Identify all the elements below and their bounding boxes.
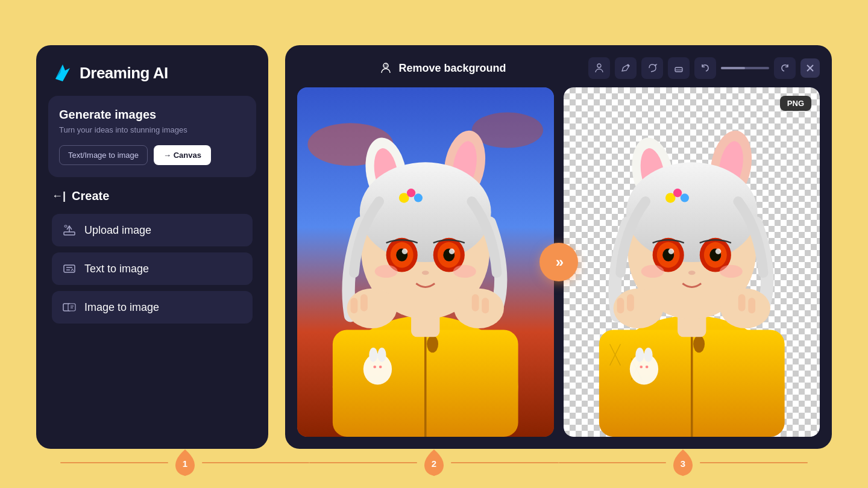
images-area: » xyxy=(297,87,820,437)
generate-subtitle: Turn your ideas into stunning images xyxy=(59,125,245,134)
svg-rect-52 xyxy=(472,294,479,311)
svg-point-47 xyxy=(422,271,429,275)
original-image-bg xyxy=(297,87,554,437)
lasso-tool-icon xyxy=(647,63,658,74)
tools-right xyxy=(588,57,820,79)
svg-marker-0 xyxy=(55,64,70,81)
svg-point-75 xyxy=(673,189,681,197)
eraser-tool-button[interactable] xyxy=(668,57,690,79)
svg-rect-5 xyxy=(64,265,75,272)
main-container: Dreaming AI Generate images Turn your id… xyxy=(36,27,832,461)
logo-icon xyxy=(52,62,74,84)
svg-rect-91 xyxy=(627,294,634,311)
close-button[interactable] xyxy=(800,58,820,78)
original-character-svg xyxy=(297,87,554,437)
svg-point-26 xyxy=(427,336,438,352)
png-badge: PNG xyxy=(780,96,811,111)
svg-point-49 xyxy=(454,289,504,328)
svg-point-76 xyxy=(680,193,688,202)
undo-button[interactable] xyxy=(694,57,716,79)
svg-text:2: 2 xyxy=(432,458,436,469)
svg-point-45 xyxy=(375,265,398,278)
svg-point-46 xyxy=(453,265,476,278)
svg-point-83 xyxy=(668,249,673,254)
generate-title: Generate images xyxy=(59,108,245,122)
svg-point-14 xyxy=(597,64,601,67)
text-image-icon xyxy=(63,262,76,275)
canvas-button[interactable]: → Canvas xyxy=(154,145,211,165)
svg-point-15 xyxy=(627,65,629,67)
svg-point-33 xyxy=(360,162,491,262)
step-2-badge: 2 xyxy=(422,448,446,477)
svg-point-89 xyxy=(720,289,770,328)
eraser-tool-icon xyxy=(673,63,684,74)
brush-size-slider[interactable] xyxy=(721,67,769,69)
create-label: ←| Create xyxy=(52,189,253,203)
svg-point-84 xyxy=(715,249,720,254)
step-line-2a xyxy=(309,462,417,463)
generate-card: Generate images Turn your ideas into stu… xyxy=(48,96,256,177)
svg-point-96 xyxy=(644,348,652,362)
undo-icon xyxy=(700,63,711,74)
svg-text:1: 1 xyxy=(183,458,187,469)
svg-rect-92 xyxy=(738,294,745,311)
step-1-group: 1 xyxy=(60,448,309,477)
redo-icon xyxy=(779,63,790,74)
result-image-bg: PNG xyxy=(564,87,820,437)
img-to-img-icon xyxy=(63,301,76,314)
svg-point-44 xyxy=(449,249,454,254)
sidebar-item-text-to-image[interactable]: Text to image xyxy=(52,252,253,285)
step-1-drop-icon: 1 xyxy=(173,448,197,477)
svg-point-87 xyxy=(688,271,695,275)
svg-point-55 xyxy=(369,348,377,362)
svg-rect-50 xyxy=(350,298,357,313)
svg-point-58 xyxy=(379,366,382,369)
svg-rect-93 xyxy=(748,298,755,313)
svg-text:3: 3 xyxy=(681,458,685,469)
step-line-1a xyxy=(60,462,168,463)
generate-buttons: Text/Image to image → Canvas xyxy=(59,145,245,165)
svg-point-98 xyxy=(645,366,648,369)
close-icon xyxy=(806,64,814,72)
svg-rect-51 xyxy=(360,294,368,311)
person-tool-icon xyxy=(594,63,605,74)
remove-bg-header: Remove background xyxy=(297,61,588,75)
remove-bg-title: Remove background xyxy=(398,62,506,75)
step-3-drop-icon: 3 xyxy=(671,448,695,477)
step-line-1b xyxy=(202,462,310,463)
svg-point-54 xyxy=(363,354,392,385)
back-arrow-icon: ←| xyxy=(52,190,66,202)
svg-point-85 xyxy=(641,265,664,278)
sidebar-item-image-to-image[interactable]: Image to image xyxy=(52,291,253,324)
svg-point-97 xyxy=(640,366,643,369)
text-image-to-image-button[interactable]: Text/Image to image xyxy=(59,145,148,165)
result-image-panel: PNG xyxy=(564,87,820,437)
svg-point-57 xyxy=(373,366,376,369)
original-image-panel xyxy=(297,87,554,437)
step-line-3a xyxy=(559,462,667,463)
person-silhouette-icon xyxy=(379,61,392,75)
svg-rect-90 xyxy=(617,298,624,313)
process-arrow: » xyxy=(539,243,578,281)
steps-row: 1 2 3 xyxy=(0,448,868,477)
step-line-2b xyxy=(451,462,559,463)
upload-icon xyxy=(63,224,76,237)
svg-point-13 xyxy=(385,64,387,67)
step-line-3b xyxy=(700,462,808,463)
redo-button[interactable] xyxy=(774,57,796,79)
step-2-group: 2 xyxy=(309,448,558,477)
svg-rect-4 xyxy=(64,225,67,227)
svg-point-35 xyxy=(407,189,415,197)
create-section: ←| Create Upload image xyxy=(48,189,256,330)
pen-tool-icon xyxy=(620,63,631,74)
svg-rect-53 xyxy=(482,298,489,313)
svg-point-94 xyxy=(629,354,658,385)
step-3-group: 3 xyxy=(559,448,808,477)
left-panel: Dreaming AI Generate images Turn your id… xyxy=(36,45,268,449)
pen-tool-button[interactable] xyxy=(615,57,637,79)
lasso-tool-button[interactable] xyxy=(641,57,663,79)
svg-point-36 xyxy=(414,193,423,202)
svg-point-43 xyxy=(402,249,407,254)
person-tool-button[interactable] xyxy=(588,57,610,79)
sidebar-item-upload-image[interactable]: Upload image xyxy=(52,214,253,246)
